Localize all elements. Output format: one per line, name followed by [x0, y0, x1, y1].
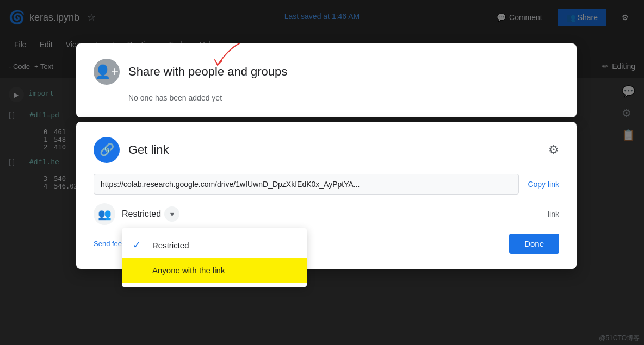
access-dropdown-menu: ✓ Restricted ✓ Anyone with the link [122, 228, 307, 287]
share-avatar: 👤+ [94, 59, 120, 85]
restricted-label: Restricted [122, 209, 161, 219]
share-panel-header: 👤+ Share with people and groups [94, 59, 559, 85]
restricted-dropdown-button[interactable]: ▾ [164, 206, 179, 222]
link-gear-icon: ⚙ [548, 143, 559, 156]
anyone-check-icon: ✓ [133, 264, 146, 276]
people-avatar-icon: 👥 [98, 208, 112, 221]
link-panel-header: 🔗 Get link ⚙ [94, 137, 559, 163]
add-person-icon: 👤+ [95, 64, 119, 79]
dialog-container: 👤+ Share with people and groups No one h… [76, 43, 577, 269]
restricted-option-label: Restricted [152, 241, 189, 250]
copy-link-button[interactable]: Copy link [528, 180, 559, 189]
url-input[interactable] [94, 174, 519, 195]
get-link-panel: 🔗 Get link ⚙ Copy link 👥 Restricted ▾ [76, 122, 577, 269]
link-header-left: 🔗 Get link [94, 137, 169, 163]
check-icon: ✓ [133, 239, 146, 251]
dropdown-item-restricted[interactable]: ✓ Restricted [122, 233, 307, 258]
restricted-row: 👥 Restricted ▾ ✓ Restricted ✓ Anyone wit… [94, 203, 559, 225]
anyone-option-label: Anyone with the link [152, 266, 225, 275]
link-settings-button[interactable]: ⚙ [548, 143, 559, 157]
access-label: link [548, 210, 559, 218]
people-icon: 👥 [94, 203, 115, 225]
restricted-dropdown: Restricted ▾ ✓ Restricted ✓ Anyone with … [122, 206, 179, 222]
url-row: Copy link [94, 174, 559, 195]
dropdown-item-anyone[interactable]: ✓ Anyone with the link [122, 258, 307, 283]
share-panel-title: Share with people and groups [128, 65, 287, 79]
dropdown-arrow-icon: ▾ [170, 210, 174, 218]
link-panel-title: Get link [128, 143, 169, 157]
link-avatar: 🔗 [94, 137, 120, 163]
share-panel-subtitle: No one has been added yet [128, 93, 559, 102]
done-button[interactable]: Done [509, 234, 559, 254]
share-people-panel: 👤+ Share with people and groups No one h… [76, 43, 577, 117]
link-icon: 🔗 [100, 143, 114, 157]
